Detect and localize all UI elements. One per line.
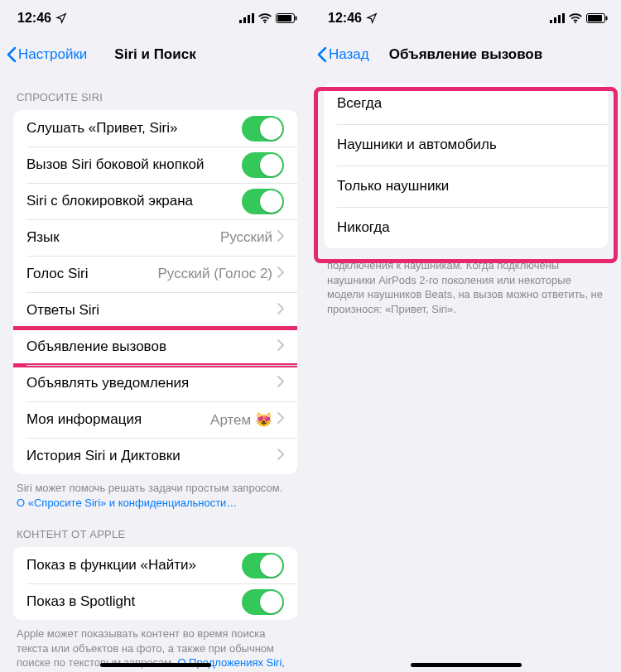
row-label: Ответы Siri bbox=[26, 302, 277, 319]
option-headphones-only[interactable]: Только наушники bbox=[324, 166, 608, 207]
screen-announce-calls: 12:46 Назад Объявление вызовов bbox=[310, 0, 621, 672]
toggle-side-button[interactable] bbox=[242, 152, 284, 178]
option-headphones-car[interactable]: Наушники и автомобиль bbox=[324, 124, 608, 166]
toggle-hey-siri[interactable] bbox=[242, 116, 284, 142]
footer-announce: подключения к наушникам. Когда подключен… bbox=[310, 248, 621, 316]
chevron-right-icon bbox=[277, 449, 284, 463]
svg-point-12 bbox=[575, 22, 576, 23]
home-indicator[interactable] bbox=[411, 663, 522, 667]
status-bar: 12:46 bbox=[310, 0, 621, 36]
screen-siri-settings: 12:46 Настройки Siri и Поиск СПРОСИТЕ SI… bbox=[0, 0, 310, 672]
wifi-icon bbox=[569, 13, 582, 23]
chevron-right-icon bbox=[277, 266, 284, 281]
cellular-icon bbox=[550, 13, 565, 23]
status-bar: 12:46 bbox=[0, 0, 310, 36]
svg-rect-0 bbox=[239, 20, 242, 23]
row-label: Объявлять уведомления bbox=[26, 375, 277, 391]
chevron-right-icon bbox=[277, 376, 284, 391]
row-voice[interactable]: Голос Siri Русский (Голос 2) bbox=[13, 256, 297, 292]
option-label: Наушники и автомобиль bbox=[337, 137, 497, 153]
section-header-apple-content: КОНТЕНТ ОТ APPLE bbox=[0, 510, 310, 547]
back-label: Настройки bbox=[18, 46, 87, 63]
footer-text-body: подключения к наушникам. Когда подключен… bbox=[327, 259, 603, 315]
row-language[interactable]: Язык Русский bbox=[13, 219, 297, 256]
chevron-left-icon bbox=[317, 46, 327, 63]
svg-rect-8 bbox=[550, 20, 552, 23]
chevron-right-icon bbox=[277, 230, 284, 245]
svg-rect-15 bbox=[606, 17, 608, 21]
row-label: История Siri и Диктовки bbox=[26, 448, 277, 464]
option-label: Всегда bbox=[337, 95, 382, 112]
chevron-left-icon bbox=[7, 46, 17, 63]
back-button[interactable]: Настройки bbox=[7, 46, 87, 63]
toggle-lock-screen[interactable] bbox=[242, 189, 284, 214]
svg-rect-10 bbox=[558, 15, 561, 23]
option-always[interactable]: Всегда bbox=[324, 83, 608, 124]
option-never[interactable]: Никогда bbox=[324, 207, 608, 248]
svg-rect-11 bbox=[562, 13, 565, 23]
status-time: 12:46 bbox=[328, 11, 362, 26]
svg-rect-14 bbox=[588, 15, 602, 22]
row-side-button[interactable]: Вызов Siri боковой кнопкой bbox=[13, 146, 297, 183]
svg-rect-2 bbox=[248, 15, 250, 23]
svg-point-4 bbox=[264, 22, 266, 23]
row-label: Моя информация bbox=[26, 411, 210, 428]
status-time: 12:46 bbox=[17, 11, 51, 26]
list-apple-content: Показ в функции «Найти» Показ в Spotligh… bbox=[13, 547, 297, 620]
row-my-info[interactable]: Моя информация Артем 😻 bbox=[13, 401, 297, 438]
back-label: Назад bbox=[329, 46, 369, 63]
toggle-show-spotlight[interactable] bbox=[242, 589, 284, 615]
row-value: Артем 😻 bbox=[210, 411, 272, 429]
chevron-right-icon bbox=[277, 412, 284, 427]
row-announce-notifications[interactable]: Объявлять уведомления bbox=[13, 365, 297, 401]
row-label: Слушать «Привет, Siri» bbox=[26, 120, 242, 137]
row-value: Русский bbox=[220, 229, 272, 246]
row-label: Голос Siri bbox=[26, 266, 157, 282]
list-announce-options: Всегда Наушники и автомобиль Только науш… bbox=[324, 83, 608, 248]
row-label: Показ в Spotlight bbox=[26, 593, 242, 610]
battery-icon bbox=[586, 13, 608, 23]
footer-ask-siri: Siri может помочь решать задачи простым … bbox=[0, 474, 310, 510]
row-hey-siri[interactable]: Слушать «Привет, Siri» bbox=[13, 110, 297, 146]
option-label: Никогда bbox=[337, 219, 390, 236]
svg-rect-1 bbox=[243, 17, 246, 23]
chevron-right-icon bbox=[277, 339, 284, 354]
svg-rect-7 bbox=[296, 17, 297, 21]
row-responses[interactable]: Ответы Siri bbox=[13, 292, 297, 329]
home-indicator[interactable] bbox=[100, 663, 211, 667]
row-show-find[interactable]: Показ в функции «Найти» bbox=[13, 547, 297, 583]
option-label: Только наушники bbox=[337, 178, 449, 194]
row-label: Вызов Siri боковой кнопкой bbox=[26, 156, 242, 173]
svg-rect-9 bbox=[554, 17, 556, 23]
svg-rect-3 bbox=[252, 13, 254, 23]
row-show-spotlight[interactable]: Показ в Spotlight bbox=[13, 583, 297, 620]
row-lock-screen[interactable]: Siri с блокировкой экрана bbox=[13, 183, 297, 219]
row-label: Объявление вызовов bbox=[26, 338, 277, 355]
row-label: Siri с блокировкой экрана bbox=[26, 193, 242, 209]
back-button[interactable]: Назад bbox=[317, 46, 369, 63]
wifi-icon bbox=[258, 13, 272, 23]
cellular-icon bbox=[239, 13, 254, 23]
chevron-right-icon bbox=[277, 303, 284, 318]
content-scroll[interactable]: Всегда Наушники и автомобиль Только науш… bbox=[310, 73, 621, 672]
nav-bar: Назад Объявление вызовов bbox=[310, 36, 621, 73]
toggle-show-find[interactable] bbox=[242, 553, 284, 578]
svg-rect-6 bbox=[277, 15, 291, 22]
row-announce-calls[interactable]: Объявление вызовов bbox=[13, 329, 297, 365]
nav-bar: Настройки Siri и Поиск bbox=[0, 36, 310, 73]
section-header-ask-siri: СПРОСИТЕ SIRI bbox=[0, 73, 310, 110]
location-icon bbox=[366, 12, 378, 24]
footer-text-body: Siri может помочь решать задачи простым … bbox=[17, 482, 282, 494]
content-scroll[interactable]: СПРОСИТЕ SIRI Слушать «Привет, Siri» Выз… bbox=[0, 73, 310, 672]
row-label: Показ в функции «Найти» bbox=[26, 557, 242, 574]
row-label: Язык bbox=[26, 229, 220, 246]
battery-icon bbox=[276, 13, 297, 23]
location-icon bbox=[55, 12, 67, 24]
row-history[interactable]: История Siri и Диктовки bbox=[13, 438, 297, 474]
list-ask-siri: Слушать «Привет, Siri» Вызов Siri боково… bbox=[13, 110, 297, 474]
row-value: Русский (Голос 2) bbox=[157, 266, 272, 282]
footer-link[interactable]: О «Спросите Siri» и конфиденциальности… bbox=[17, 497, 237, 509]
